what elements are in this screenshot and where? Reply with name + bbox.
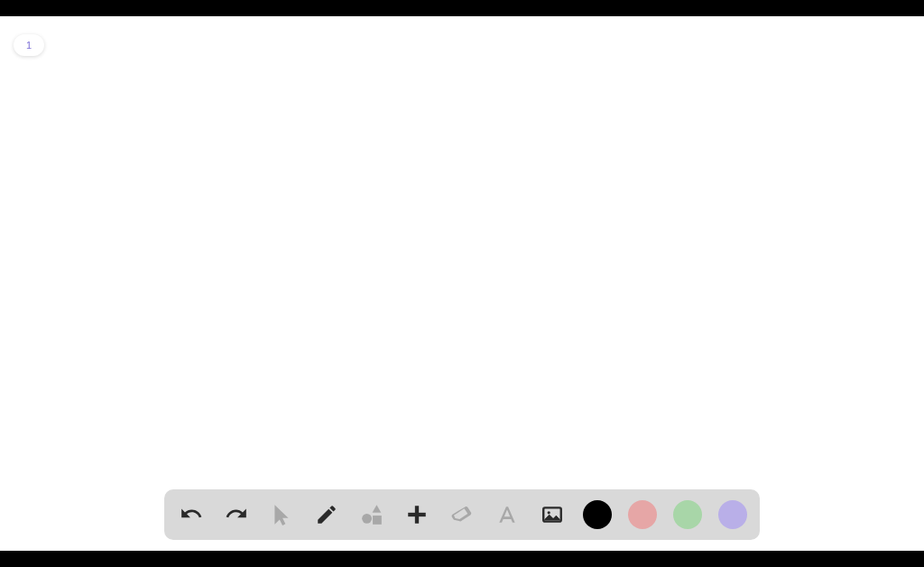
pointer-tool[interactable] (267, 500, 296, 529)
redo-button[interactable] (222, 500, 251, 529)
color-purple[interactable] (718, 500, 747, 529)
svg-point-5 (548, 511, 550, 514)
shapes-tool[interactable] (357, 500, 386, 529)
undo-icon (180, 503, 203, 526)
text-icon (495, 503, 519, 526)
page-number-badge[interactable]: 1 (14, 34, 44, 56)
text-tool[interactable] (493, 500, 522, 529)
plus-tool[interactable] (402, 500, 431, 529)
svg-rect-3 (408, 513, 426, 516)
eraser-icon (450, 503, 474, 526)
pencil-icon (315, 503, 338, 526)
pencil-tool[interactable] (312, 500, 341, 529)
page-number-label: 1 (26, 40, 32, 51)
color-green[interactable] (673, 500, 702, 529)
eraser-tool[interactable] (448, 500, 476, 529)
image-tool[interactable] (538, 500, 567, 529)
color-black[interactable] (583, 500, 612, 529)
toolbar (164, 489, 760, 540)
canvas-area[interactable] (0, 16, 924, 551)
plus-icon (405, 503, 429, 526)
svg-rect-1 (373, 516, 382, 525)
undo-button[interactable] (177, 500, 206, 529)
color-red[interactable] (628, 500, 657, 529)
svg-point-0 (362, 514, 372, 524)
image-icon (541, 503, 564, 526)
redo-icon (225, 503, 248, 526)
pointer-icon (270, 503, 293, 526)
shapes-icon (360, 503, 383, 526)
